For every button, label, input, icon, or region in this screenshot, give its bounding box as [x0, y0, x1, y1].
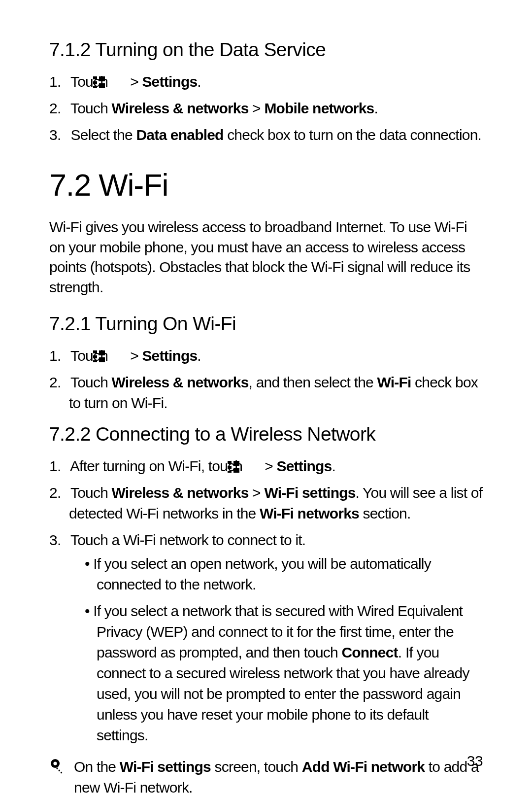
text: >	[130, 347, 142, 364]
text: >	[130, 73, 142, 90]
text: >	[249, 485, 265, 501]
bold: Wireless & networks	[112, 485, 249, 501]
bold: Wi-Fi settings	[264, 485, 355, 501]
text: Touch a Wi-Fi network to connect to it.	[70, 532, 305, 548]
apps-icon	[113, 347, 125, 359]
text: Select the	[71, 127, 136, 143]
bullets-722: If you select an open network, you will …	[69, 554, 483, 746]
apps-icon	[113, 73, 125, 85]
heading-712: 7.1.2 Turning on the Data Service	[49, 39, 483, 61]
steps-712: Touch > Settings. Touch Wireless & netwo…	[49, 71, 483, 145]
text: .	[374, 100, 378, 116]
text: Touch	[70, 347, 112, 364]
list-item: If you select a network that is secured …	[85, 601, 483, 746]
apps-icon	[247, 457, 259, 469]
text: >	[249, 100, 265, 116]
text: Touch	[70, 374, 112, 390]
bold: Connect	[341, 644, 398, 660]
settings-label: Settings	[277, 458, 332, 474]
step: Touch Wireless & networks, and then sele…	[49, 372, 483, 414]
text: .	[197, 73, 201, 90]
step: Touch > Settings.	[49, 346, 483, 366]
step: Touch a Wi-Fi network to connect to it. …	[49, 530, 483, 746]
page-number: 33	[467, 753, 483, 769]
heading-72: 7.2 Wi-Fi	[49, 167, 483, 203]
note-block: On the Wi-Fi settings screen, touch Add …	[49, 757, 483, 797]
settings-label: Settings	[142, 347, 197, 364]
settings-label: Settings	[142, 73, 197, 90]
bold: Mobile networks	[264, 100, 374, 116]
text: >	[265, 458, 276, 474]
note-text: On the Wi-Fi settings screen, touch Add …	[74, 757, 483, 797]
text: If you select an open network, you will …	[93, 555, 431, 592]
bold: Wireless & networks	[112, 374, 249, 390]
list-item: If you select an open network, you will …	[85, 554, 483, 595]
bold: Data enabled	[136, 127, 224, 143]
steps-721: Touch > Settings. Touch Wireless & netwo…	[49, 346, 483, 414]
steps-722: After turning on Wi-Fi, touch > Settings…	[49, 456, 483, 746]
bold: Wireless & networks	[112, 100, 249, 116]
text: .	[332, 458, 335, 474]
step: Touch Wireless & networks > Mobile netwo…	[49, 98, 483, 119]
heading-721: 7.2.1 Turning On Wi-Fi	[49, 313, 483, 335]
step: Touch Wireless & networks > Wi-Fi settin…	[49, 483, 483, 524]
text: Touch	[70, 100, 112, 116]
bold: Wi-Fi settings	[120, 759, 211, 775]
note-icon	[49, 757, 74, 776]
text: Touch	[70, 73, 112, 90]
text: On the	[74, 759, 120, 775]
text: screen, touch	[211, 759, 302, 775]
text: check box to turn on the data connection…	[224, 127, 481, 143]
text: After turning on Wi-Fi, touch	[70, 458, 246, 474]
intro-72: Wi-Fi gives you wireless access to broad…	[49, 217, 483, 297]
step: Touch > Settings.	[49, 71, 483, 92]
heading-722: 7.2.2 Connecting to a Wireless Network	[49, 423, 483, 445]
step: Select the Data enabled check box to tur…	[49, 125, 483, 145]
document-page: 7.1.2 Turning on the Data Service Touch …	[0, 0, 532, 797]
text: , and then select the	[249, 374, 377, 390]
step: After turning on Wi-Fi, touch > Settings…	[49, 456, 483, 477]
text: Touch	[70, 485, 112, 501]
text: .	[197, 347, 201, 364]
text: section.	[359, 505, 411, 521]
bold: Wi-Fi networks	[260, 505, 359, 521]
bold: Wi-Fi	[377, 374, 411, 390]
bold: Add Wi-Fi network	[302, 759, 425, 775]
